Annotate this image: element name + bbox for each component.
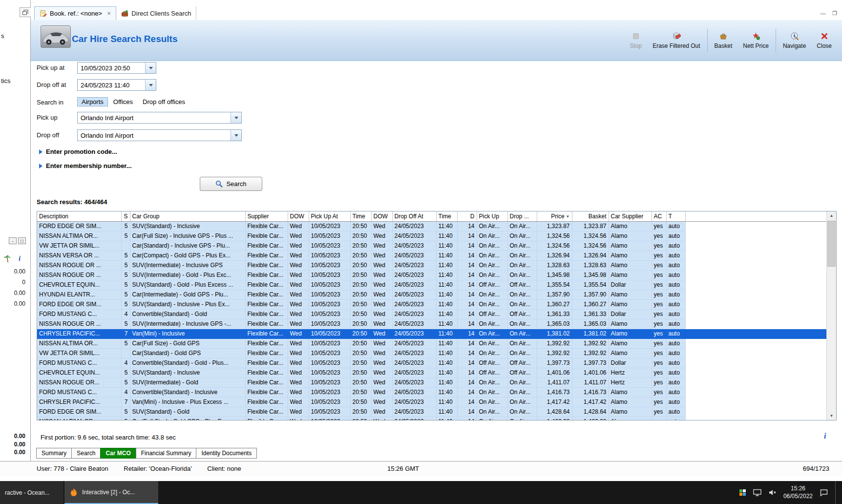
- close-button[interactable]: Close: [811, 32, 837, 49]
- col-pickup-loc[interactable]: Pick Up: [477, 211, 507, 222]
- panel-total: 0.00: [14, 433, 25, 440]
- col-ac[interactable]: AC: [652, 211, 666, 222]
- stop-button[interactable]: Stop: [625, 32, 648, 49]
- table-row[interactable]: CHEVROLET EQUIN... 5 SUV(Standard) - Inc…: [37, 368, 826, 378]
- minimize-icon[interactable]: –: [9, 237, 17, 244]
- col-dow-dropoff[interactable]: DOW: [371, 211, 392, 222]
- tab-direct-clients-search[interactable]: Direct Clients Search: [116, 6, 196, 20]
- table-row[interactable]: FORD MUSTANG C... 4 Convertible(Standard…: [37, 310, 826, 319]
- dropdown-button[interactable]: [231, 112, 241, 123]
- search-in-airports[interactable]: Airports: [77, 97, 108, 106]
- notification-center-icon[interactable]: [820, 489, 828, 497]
- scrollbar-track[interactable]: [827, 220, 836, 412]
- scroll-down-icon[interactable]: ▼: [827, 412, 836, 420]
- dropdown-button[interactable]: [231, 130, 241, 141]
- navigate-button[interactable]: Navigate: [778, 32, 811, 49]
- table-row[interactable]: HYUNDAI ELANTR... 5 Car(Intermediate) - …: [37, 290, 826, 300]
- col-supplier[interactable]: Supplier: [245, 211, 288, 222]
- table-row[interactable]: FORD MUSTANG C... 4 Convertible(Standard…: [37, 358, 826, 368]
- col-seats[interactable]: S: [121, 211, 130, 222]
- col-dropoff-time[interactable]: Time: [436, 211, 457, 222]
- dropoff-combobox[interactable]: Orlando Intl Airport: [77, 129, 242, 141]
- dropdown-button[interactable]: [145, 80, 156, 90]
- tab-booking-ref[interactable]: Book. ref.: <none> ✕: [34, 6, 116, 20]
- col-car-supplier[interactable]: Car Supplier: [609, 211, 652, 222]
- search-in-offices[interactable]: Offices: [109, 97, 137, 106]
- table-row[interactable]: VW JETTA OR SIMIL... Car(Standard) - Gol…: [37, 349, 826, 358]
- maximize-icon[interactable]: ▢: [18, 237, 26, 244]
- table-row[interactable]: NISSAN ALTIMA OR... 5 Car(Full Size) - G…: [37, 339, 826, 349]
- table-row[interactable]: CHEVROLET EQUIN... 5 SUV(Standard) - Gol…: [37, 280, 826, 290]
- table-row[interactable]: NISSAN VERSA OR ... 5 Car(Compact) - Gol…: [37, 251, 826, 261]
- col-dow-pickup[interactable]: DOW: [288, 211, 309, 222]
- col-basket[interactable]: Basket: [572, 211, 609, 222]
- table-row[interactable]: FORD EDGE OR SIM... 5 SUV(Standard) - In…: [37, 222, 826, 231]
- system-tray: 15:26 06/05/2022: [739, 481, 840, 504]
- minimize-button[interactable]: —: [819, 9, 827, 17]
- col-pickup-at[interactable]: Pick Up At: [309, 211, 350, 222]
- stop-icon: [632, 32, 640, 41]
- table-row[interactable]: NISSAN ROGUE OR ... 5 SUV(Intermediate) …: [37, 271, 826, 280]
- col-days[interactable]: D: [457, 211, 477, 222]
- car-hire-window: Book. ref.: <none> ✕ Direct Clients Sear…: [31, 0, 842, 461]
- table-row[interactable]: NISSAN ROGUE OR ... 5 SUV(Intermediate) …: [37, 319, 826, 329]
- table-row[interactable]: NISSAN ALTIMA OR... 5 Car(Full Size) - I…: [37, 231, 826, 241]
- promotion-code-expander[interactable]: Enter promotion code...: [39, 148, 117, 155]
- show-desktop-button[interactable]: [835, 481, 838, 504]
- col-price[interactable]: Price▼: [537, 211, 572, 222]
- tab-identity-documents[interactable]: Identity Documents: [196, 448, 257, 459]
- table-row[interactable]: FORD MUSTANG C... 4 Convertible(Standard…: [37, 388, 826, 398]
- taskbar-app-button-active[interactable]: Interactive [2] - Oc...: [64, 481, 158, 504]
- tab-car-mco[interactable]: Car MCO: [100, 448, 136, 459]
- tab-financial-summary[interactable]: Financial Summary: [136, 448, 197, 459]
- taskbar-app-button[interactable]: ractive - Ocean...: [0, 481, 63, 504]
- taskbar-clock[interactable]: 15:26 06/05/2022: [783, 485, 813, 500]
- info-icon[interactable]: i: [824, 432, 826, 441]
- col-pickup-time[interactable]: Time: [350, 211, 371, 222]
- dropoff-label: Drop off: [37, 131, 59, 139]
- tray-app-icon[interactable]: [739, 489, 746, 496]
- col-description[interactable]: Description: [37, 211, 121, 222]
- pickup-combobox[interactable]: Orlando Intl Airport: [77, 112, 242, 124]
- results-tbody: FORD EDGE OR SIM... 5 SUV(Standard) - In…: [37, 222, 826, 420]
- table-row[interactable]: CHRYSLER PACIFIC... 7 Van(Mini) - Inclus…: [37, 329, 826, 339]
- page-title: Car Hire Search Results: [72, 34, 178, 44]
- info-icon[interactable]: i: [19, 254, 21, 263]
- panel-total: 0.00: [14, 441, 25, 448]
- scroll-up-icon[interactable]: ▲: [827, 211, 836, 220]
- membership-number-expander[interactable]: Enter membership number...: [39, 162, 132, 169]
- table-row[interactable]: NISSAN ROGUE OR... 5 SUV(Intermediate) -…: [37, 378, 826, 388]
- nett-price-button[interactable]: Nett Price: [737, 32, 774, 49]
- dropoff-at-combobox[interactable]: 24/05/2023 11:40: [77, 79, 156, 91]
- speaker-muted-icon[interactable]: [768, 489, 777, 496]
- table-row[interactable]: VW JETTA OR SIMIL... Car(Standard) - Inc…: [37, 241, 826, 251]
- col-dropoff-loc[interactable]: Drop ...: [507, 211, 537, 222]
- table-row[interactable]: FORD EDGE OR SIM... 5 SUV(Standard) - In…: [37, 300, 826, 310]
- erase-filtered-out-button[interactable]: Erase Filtered Out: [647, 32, 705, 49]
- col-car-group[interactable]: Car Group: [130, 211, 245, 222]
- search-timing-text: First portion: 9.6 sec, total search tim…: [41, 434, 176, 441]
- vertical-scrollbar[interactable]: ▲ ▼: [826, 211, 836, 420]
- table-row[interactable]: CHRYSLER PACIFIC... 7 Van(Mini) - Inclus…: [37, 398, 826, 407]
- table-row[interactable]: NISSAN ALTIMA OR... 5 Car(Full Size) - G…: [37, 417, 826, 420]
- tab-search[interactable]: Search: [71, 448, 101, 459]
- pickup-at-value: 10/05/2023 20:50: [78, 63, 145, 73]
- scrollbar-thumb[interactable]: [827, 221, 836, 267]
- tab-summary[interactable]: Summary: [36, 448, 72, 459]
- palm-tree-icon[interactable]: [4, 255, 12, 263]
- table-row[interactable]: FORD EDGE OR SIM... 5 SUV(Standard) - Go…: [37, 407, 826, 417]
- col-dropoff-at[interactable]: Drop Off At: [392, 211, 436, 222]
- maximize-button[interactable]: ❐: [830, 9, 839, 17]
- status-user: User: 778 - Claire Beaton: [37, 465, 108, 472]
- pickup-at-combobox[interactable]: 10/05/2023 20:50: [77, 62, 156, 74]
- col-transmission[interactable]: T: [666, 211, 685, 222]
- basket-button[interactable]: Basket: [709, 32, 738, 49]
- display-icon[interactable]: [753, 489, 761, 496]
- dropdown-button[interactable]: [145, 63, 156, 73]
- restore-panel-button[interactable]: [20, 7, 31, 17]
- search-in-dropoff-offices[interactable]: Drop off offices: [138, 97, 189, 106]
- header-toolbar: Stop Erase Filtered Out: [625, 20, 838, 61]
- search-button[interactable]: Search: [200, 177, 262, 191]
- tab-close-icon[interactable]: ✕: [107, 11, 111, 16]
- table-row[interactable]: NISSAN ROGUE OR ... 5 SUV(Intermediate) …: [37, 261, 826, 271]
